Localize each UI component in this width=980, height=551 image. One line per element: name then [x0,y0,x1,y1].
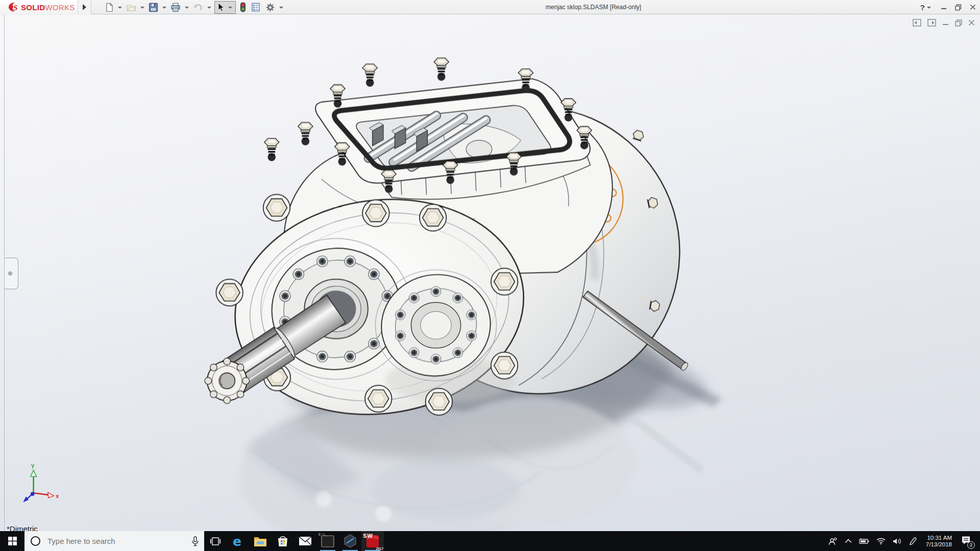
battery-icon[interactable] [859,538,869,544]
print-button[interactable] [169,1,182,13]
minimize-button[interactable] [941,4,947,10]
undo-caret[interactable] [207,7,211,9]
svg-text:S: S [13,4,17,12]
taskbar-clock[interactable]: 10:31 AM 7/13/2018 [926,535,952,548]
quick-access-toolbar [102,0,285,14]
options-button[interactable] [264,1,277,13]
flyout-arrow-icon [83,4,86,10]
tray-chevron-up-icon[interactable] [845,539,852,543]
triad-x-arrow [48,492,54,498]
triad-x-label: x [56,493,59,499]
feature-panel-tab[interactable] [5,258,18,289]
wifi-icon[interactable] [876,538,886,544]
pane-left-button[interactable] [913,19,921,27]
file-explorer-icon [254,536,267,547]
open-folder-icon [126,3,136,12]
people-icon[interactable] [828,537,838,545]
rebuild-button[interactable] [238,1,248,13]
save-button[interactable] [147,1,160,13]
mail-icon [299,536,312,546]
search-input[interactable] [46,536,169,546]
model-reflection [239,397,704,531]
notification-badge: 2 [967,541,975,549]
ds-logo-icon: S [7,2,19,13]
taskbar-app-solidworks[interactable]: SW 2017 [361,531,384,551]
windows-taskbar: e C:\_ [0,531,980,551]
pane-right-button[interactable] [927,19,936,27]
file-properties-button[interactable] [250,1,262,13]
orientation-triad: Y x [23,464,59,503]
command-prompt-glyph: C:\_ [318,533,327,537]
system-tray: 10:31 AM 7/13/2018 2 [828,531,980,551]
select-tool-button[interactable] [214,1,236,14]
brand-works: WORKS [45,3,75,12]
splitter-grip-icon [8,271,12,276]
cortana-icon [31,536,40,546]
windows-logo-icon [8,537,17,545]
doc-restore-button[interactable] [955,19,962,27]
document-window-controls [913,19,975,27]
clock-date: 7/13/2018 [926,541,952,548]
drum-bolt [632,130,645,141]
new-document-icon [105,3,114,12]
print-caret[interactable] [185,7,189,9]
pen-icon[interactable] [909,537,917,545]
solidworks-logo: S SOLIDWORKS [0,0,78,14]
svg-text:e: e [233,535,241,548]
task-view-icon [210,537,220,546]
help-caret[interactable] [927,7,931,9]
taskbar-app-mail[interactable] [294,531,316,551]
taskbar-app-edge[interactable]: e [227,531,249,551]
brand-solid: SOLID [21,3,45,12]
options-gear-icon [265,3,275,12]
command-prompt-icon [321,535,334,547]
new-document-button[interactable] [103,1,115,13]
save-floppy-icon [149,3,158,12]
rebuild-traffic-light-icon [240,2,246,12]
start-button[interactable] [0,531,24,551]
triad-y-arrow [31,470,37,477]
taskbar-search[interactable] [24,531,204,551]
undo-button[interactable] [191,1,205,13]
help-button[interactable]: ? [920,3,933,12]
volume-icon[interactable] [893,538,902,545]
close-button[interactable] [970,4,976,10]
taskbar-app-file-explorer[interactable] [249,531,272,551]
select-cursor-icon [216,3,225,12]
options-caret[interactable] [279,7,283,9]
action-center-button[interactable]: 2 [961,536,976,547]
clock-time: 10:31 AM [926,535,952,541]
select-caret[interactable] [228,7,232,9]
doc-minimize-button[interactable] [942,19,949,26]
doc-close-button[interactable] [968,19,975,26]
file-properties-icon [251,3,260,12]
open-caret[interactable] [140,7,144,9]
window-controls: ? [920,0,976,14]
task-view-button[interactable] [204,531,227,551]
print-icon [170,3,181,12]
triad-y-label: Y [31,464,35,470]
view-orientation-label: *Dimetric [7,524,38,531]
undo-icon [193,3,203,12]
open-button[interactable] [125,1,138,13]
spline-end-face [205,358,249,404]
sw-letters: SW [361,533,375,539]
app-title-bar: S SOLIDWORKS [0,0,980,14]
microphone-icon[interactable] [191,536,199,546]
taskbar-app-store[interactable] [272,531,294,551]
edge-icon: e [231,535,244,548]
taskbar-app-command-prompt[interactable]: C:\_ [316,531,339,551]
restore-button[interactable] [955,4,962,11]
save-caret[interactable] [162,7,166,9]
new-document-caret[interactable] [118,7,122,9]
triad-z-arrow [23,496,29,503]
menu-flyout-button[interactable] [78,0,91,14]
document-title: menjac sklop.SLDASM [Read-only] [283,0,903,14]
store-icon [277,535,289,547]
graphics-area[interactable]: Y x *Dimetric [0,15,980,531]
taskbar-app-hexagon[interactable] [339,531,361,551]
hexagon-app-icon [344,534,357,548]
3d-scene: Y x [0,15,980,531]
